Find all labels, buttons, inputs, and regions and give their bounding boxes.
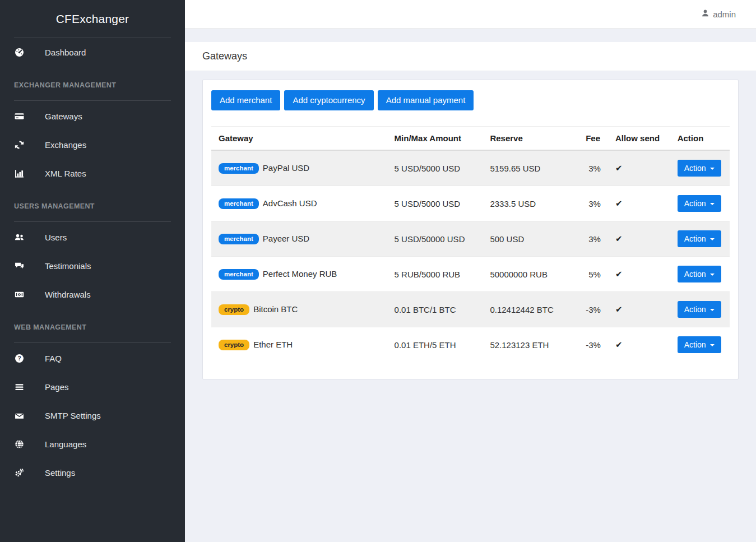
cell-allow-send: ✔ <box>608 221 670 257</box>
sidebar-item-label: Dashboard <box>45 48 86 57</box>
caret-down-icon <box>710 274 715 276</box>
check-icon: ✔ <box>615 269 623 279</box>
cell-gateway: cryptoBitcoin BTC <box>211 292 387 327</box>
gateways-table: GatewayMin/Max AmountReserveFeeAllow sen… <box>211 126 730 362</box>
action-dropdown-button[interactable]: Action <box>678 160 721 177</box>
add-merchant-button[interactable]: Add merchant <box>211 90 280 110</box>
sidebar-item-dashboard[interactable]: Dashboard <box>0 38 185 67</box>
cell-reserve: 0.12412442 BTC <box>483 292 578 327</box>
sidebar-section: EXCHANGER MANAGEMENTGatewaysExchangesXML… <box>0 81 185 188</box>
sidebar-section: Dashboard <box>0 38 185 67</box>
cell-reserve: 5159.65 USD <box>483 150 578 186</box>
content-area: Add merchantAdd cryptocurrencyAdd manual… <box>185 71 756 379</box>
check-icon: ✔ <box>615 198 623 208</box>
sidebar-item-label: Withdrawals <box>45 290 91 299</box>
page-title: Gateways <box>202 50 247 62</box>
sidebar: CFExchanger DashboardEXCHANGER MANAGEMEN… <box>0 0 185 542</box>
column-header-reserve: Reserve <box>483 127 578 151</box>
exchanges-icon <box>14 140 25 150</box>
cell-min-max: 0.01 ETH/5 ETH <box>387 327 483 363</box>
xml-rates-icon <box>14 169 25 178</box>
pages-icon <box>14 382 25 392</box>
gateway-name: Perfect Money RUB <box>263 269 337 279</box>
sidebar-item-label: SMTP Settings <box>45 411 101 420</box>
merchant-badge: merchant <box>219 269 259 280</box>
cell-allow-send: ✔ <box>608 186 670 221</box>
cell-fee: -3% <box>578 292 608 327</box>
sidebar-item-withdrawals[interactable]: Withdrawals <box>0 280 185 309</box>
action-dropdown-button[interactable]: Action <box>678 230 721 247</box>
cell-action: Action <box>670 150 730 186</box>
user-icon <box>701 9 709 19</box>
caret-down-icon <box>710 203 715 205</box>
sidebar-section: WEB MANAGEMENT?FAQPagesSMTP SettingsLang… <box>0 323 185 487</box>
table-header-row: GatewayMin/Max AmountReserveFeeAllow sen… <box>211 127 730 151</box>
cell-gateway: cryptoEther ETH <box>211 327 387 363</box>
sidebar-item-exchanges[interactable]: Exchanges <box>0 131 185 159</box>
cell-allow-send: ✔ <box>608 257 670 292</box>
app-window: CFExchanger DashboardEXCHANGER MANAGEMEN… <box>0 0 756 542</box>
sidebar-item-label: Gateways <box>45 112 82 121</box>
check-icon: ✔ <box>615 340 623 349</box>
sidebar-item-gateways[interactable]: Gateways <box>0 102 185 131</box>
sidebar-item-label: FAQ <box>45 354 62 363</box>
sidebar-item-users[interactable]: Users <box>0 223 185 252</box>
sidebar-item-label: Settings <box>45 468 75 478</box>
gateway-name: AdvCash USD <box>263 198 317 208</box>
sidebar-item-languages[interactable]: Languages <box>0 430 185 458</box>
gateway-name: Ether ETH <box>253 340 293 349</box>
cell-fee: 5% <box>578 257 608 292</box>
check-icon: ✔ <box>615 304 623 314</box>
action-dropdown-button[interactable]: Action <box>678 336 721 353</box>
sidebar-divider <box>14 221 171 222</box>
column-header-allow-send: Allow send <box>608 127 670 151</box>
cell-min-max: 5 USD/50000 USD <box>387 221 483 257</box>
cell-reserve: 52.123123 ETH <box>483 327 578 363</box>
sidebar-item-pages[interactable]: Pages <box>0 373 185 401</box>
users-icon <box>14 233 25 242</box>
action-dropdown-button[interactable]: Action <box>678 301 721 318</box>
gateway-name: Payeer USD <box>263 234 309 243</box>
column-header-min-max-amount: Min/Max Amount <box>387 127 483 151</box>
check-icon: ✔ <box>615 234 623 243</box>
check-icon: ✔ <box>615 163 623 173</box>
svg-text:?: ? <box>17 355 21 362</box>
cell-fee: 3% <box>578 221 608 257</box>
cell-allow-send: ✔ <box>608 292 670 327</box>
toolbar: Add merchantAdd cryptocurrencyAdd manual… <box>211 90 730 110</box>
gateway-name: PayPal USD <box>263 163 309 173</box>
cell-gateway: merchantPayeer USD <box>211 221 387 257</box>
add-cryptocurrency-button[interactable]: Add cryptocurrency <box>284 90 373 110</box>
column-header-action: Action <box>670 127 730 151</box>
sidebar-item-label: XML Rates <box>45 169 86 178</box>
cell-fee: 3% <box>578 186 608 221</box>
sidebar-item-xml-rates[interactable]: XML Rates <box>0 159 185 188</box>
sidebar-item-faq[interactable]: ?FAQ <box>0 344 185 373</box>
action-button-label: Action <box>684 234 706 243</box>
action-button-label: Action <box>684 305 706 314</box>
action-button-label: Action <box>684 199 706 208</box>
action-button-label: Action <box>684 340 706 349</box>
caret-down-icon <box>710 168 715 170</box>
sidebar-divider <box>14 342 171 343</box>
action-dropdown-button[interactable]: Action <box>678 195 721 212</box>
action-dropdown-button[interactable]: Action <box>678 266 721 282</box>
cell-allow-send: ✔ <box>608 150 670 186</box>
cell-min-max: 5 USD/5000 USD <box>387 150 483 186</box>
sidebar-section-header-exchanger-management: EXCHANGER MANAGEMENT <box>14 81 171 89</box>
sidebar-item-testimonials[interactable]: Testimonials <box>0 252 185 280</box>
cell-min-max: 5 RUB/5000 RUB <box>387 257 483 292</box>
user-menu[interactable]: admin <box>701 9 736 19</box>
table-row: merchantAdvCash USD5 USD/5000 USD2333.5 … <box>211 186 730 221</box>
cell-reserve: 2333.5 USD <box>483 186 578 221</box>
add-manual-payment-button[interactable]: Add manual payment <box>378 90 474 110</box>
action-button-label: Action <box>684 270 706 279</box>
gateway-name: Bitcoin BTC <box>253 304 298 314</box>
sidebar-item-smtp-settings[interactable]: SMTP Settings <box>0 401 185 430</box>
languages-icon <box>14 439 25 449</box>
brand-logo[interactable]: CFExchanger <box>14 0 171 38</box>
sidebar-item-settings[interactable]: Settings <box>0 458 185 487</box>
column-header-gateway: Gateway <box>211 127 387 151</box>
cell-min-max: 5 USD/5000 USD <box>387 186 483 221</box>
crypto-badge: crypto <box>219 340 249 350</box>
